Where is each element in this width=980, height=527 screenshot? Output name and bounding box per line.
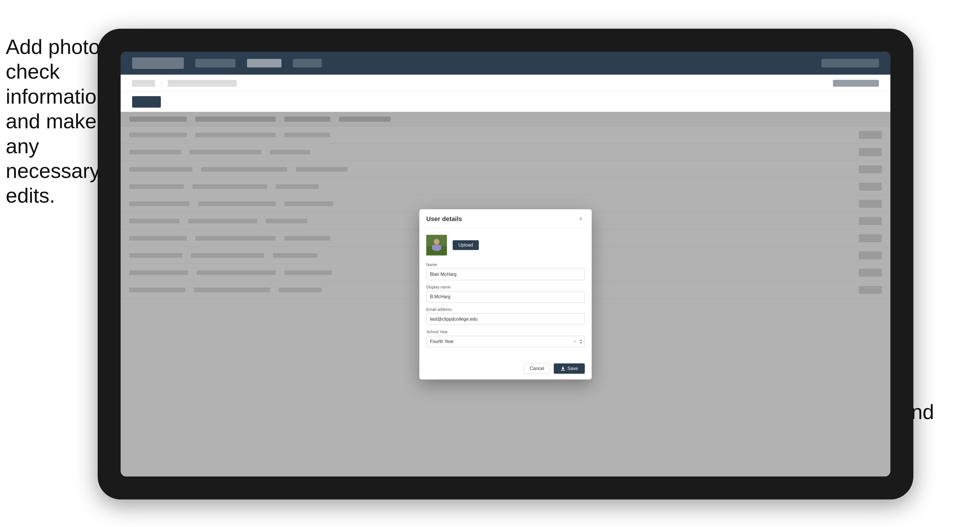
name-field-group: Name [426,262,585,280]
user-photo-thumbnail [426,235,447,256]
school-year-input[interactable] [426,336,585,347]
cancel-button[interactable]: Cancel [524,364,550,374]
user-details-modal: User details × [419,209,592,379]
display-name-field-group: Display name [426,285,585,303]
select-clear-icon[interactable]: × [574,339,576,344]
user-photo-image [426,235,447,256]
modal-header: User details × [419,209,592,228]
action-bar [121,92,890,112]
nav-item-1 [195,59,235,67]
school-year-label: School Year [426,330,585,334]
email-input[interactable] [426,313,585,325]
modal-title: User details [426,215,462,223]
table-area: User details × [121,112,890,476]
nav-item-3 [293,59,322,67]
tablet-device: / [98,29,913,500]
svg-rect-6 [439,245,441,250]
school-year-field-group: School Year × ▲▼ [426,330,585,347]
nav-item-2 [247,59,282,67]
modal-overlay: User details × [121,112,890,476]
svg-rect-7 [561,370,565,371]
modal-footer: Cancel Save [419,359,592,379]
breadcrumb-1 [132,80,155,87]
save-icon [561,366,565,371]
display-name-label: Display name [426,285,585,289]
action-button-1 [132,96,161,108]
app-header [121,52,890,75]
school-year-select-wrapper: × ▲▼ [426,336,585,347]
svg-rect-4 [434,244,439,251]
name-input[interactable] [426,269,585,280]
upload-button[interactable]: Upload [453,240,479,250]
photo-area: Upload [426,235,585,256]
close-icon[interactable]: × [577,215,585,223]
app-logo [132,57,184,69]
tablet-screen: / [121,52,890,476]
display-name-input[interactable] [426,291,585,303]
svg-rect-5 [432,245,434,250]
save-button-label: Save [568,366,578,371]
breadcrumb-action [833,80,879,87]
chevron-updown-icon: ▲▼ [580,339,582,344]
breadcrumb-2 [168,80,237,87]
sub-header: / [121,75,890,92]
svg-point-3 [434,239,439,244]
main-content: User details × [121,112,890,476]
email-field-group: Email address [426,307,585,325]
save-button[interactable]: Save [554,364,585,374]
nav-item-right [821,59,879,67]
modal-body: Upload Name Display name [419,228,592,359]
name-label: Name [426,262,585,267]
email-label: Email address [426,307,585,312]
